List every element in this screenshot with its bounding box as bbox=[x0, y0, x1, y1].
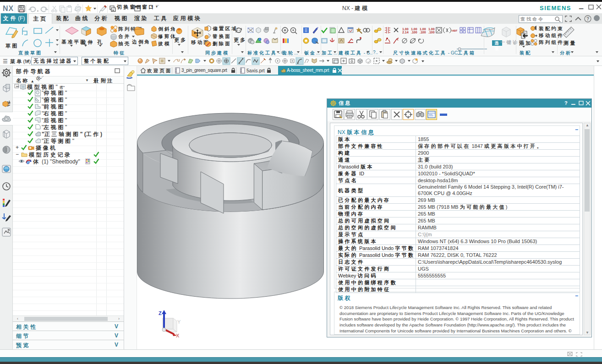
svg-text:1.00: 1.00 bbox=[411, 27, 417, 31]
svg-text:?: ? bbox=[586, 16, 589, 22]
svg-text:HBF: HBF bbox=[452, 29, 458, 32]
svg-text:X: X bbox=[176, 333, 180, 337]
svg-text:Z: Z bbox=[159, 310, 162, 316]
svg-text:.100: .100 bbox=[428, 31, 435, 34]
svg-text:1.00: 1.00 bbox=[420, 27, 426, 31]
svg-text:1.00: 1.00 bbox=[402, 27, 409, 31]
svg-text:.100: .100 bbox=[420, 31, 426, 34]
svg-text:1.00: 1.00 bbox=[428, 27, 435, 31]
svg-text:.100: .100 bbox=[411, 31, 417, 34]
svg-text:2.14: 2.14 bbox=[402, 31, 409, 34]
svg-text:Y: Y bbox=[177, 319, 181, 325]
